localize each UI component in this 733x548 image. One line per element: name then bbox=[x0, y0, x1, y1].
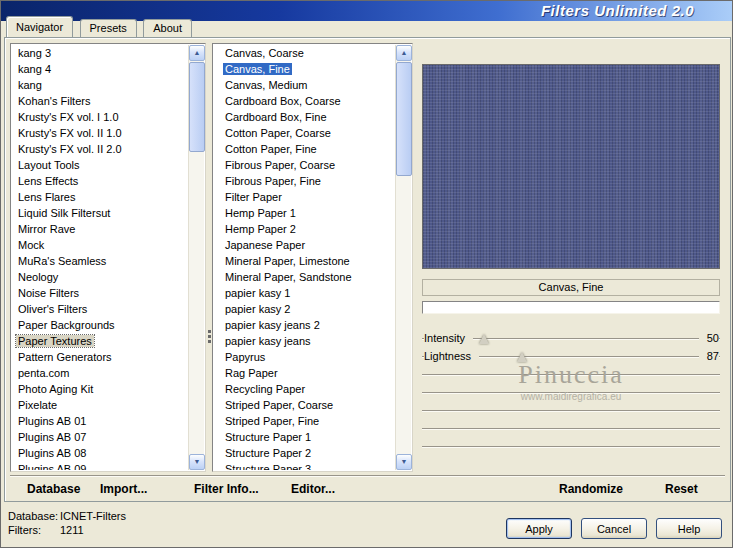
filter-item-papier-kasy-jeans[interactable]: papier kasy jeans bbox=[214, 334, 395, 350]
progress-bar bbox=[422, 301, 720, 314]
category-item-liquid-silk-filtersut[interactable]: Liquid Silk Filtersut bbox=[12, 206, 188, 222]
arrow-up-icon: ▲ bbox=[401, 49, 408, 56]
filter-list[interactable]: Canvas, CoarseCanvas, FineCanvas, Medium… bbox=[212, 43, 413, 472]
category-item-krusty-s-fx-vol-i-1-0[interactable]: Krusty's FX vol. I 1.0 bbox=[12, 110, 188, 126]
button-cancel[interactable]: Cancel bbox=[581, 518, 647, 539]
scrollbar-thumb[interactable] bbox=[189, 62, 205, 152]
slider-lightness[interactable]: Lightness87 bbox=[422, 348, 720, 366]
button-apply[interactable]: Apply bbox=[506, 518, 572, 539]
filter-scrollbar[interactable]: ▲ ▼ bbox=[395, 45, 411, 470]
filter-item-canvas-medium[interactable]: Canvas, Medium bbox=[214, 78, 395, 94]
category-item-plugins-ab-08[interactable]: Plugins AB 08 bbox=[12, 446, 188, 462]
filter-item-cardboard-box-coarse[interactable]: Cardboard Box, Coarse bbox=[214, 94, 395, 110]
filter-item-canvas-fine[interactable]: Canvas, Fine bbox=[214, 62, 395, 78]
button-randomize[interactable]: Randomize bbox=[559, 482, 623, 496]
preview-image bbox=[422, 64, 720, 269]
slider-track bbox=[422, 392, 720, 394]
scroll-down-button[interactable]: ▼ bbox=[189, 454, 205, 470]
category-item-mura-s-seamless[interactable]: MuRa's Seamless bbox=[12, 254, 188, 270]
arrow-down-icon: ▼ bbox=[401, 458, 408, 465]
category-item-plugins-ab-09[interactable]: Plugins AB 09 bbox=[12, 462, 188, 470]
category-item-photo-aging-kit[interactable]: Photo Aging Kit bbox=[12, 382, 188, 398]
slider-track bbox=[422, 410, 720, 412]
scroll-down-button[interactable]: ▼ bbox=[396, 454, 412, 470]
filter-item-recycling-paper[interactable]: Recycling Paper bbox=[214, 382, 395, 398]
tab-navigator[interactable]: Navigator bbox=[6, 16, 73, 37]
window-title: Filters Unlimited 2.0 bbox=[541, 1, 694, 21]
arrow-down-icon: ▼ bbox=[194, 458, 201, 465]
splitter-grip[interactable] bbox=[208, 330, 212, 345]
category-item-pattern-generators[interactable]: Pattern Generators bbox=[12, 350, 188, 366]
filter-item-japanese-paper[interactable]: Japanese Paper bbox=[214, 238, 395, 254]
category-item-krusty-s-fx-vol-ii-1-0[interactable]: Krusty's FX vol. II 1.0 bbox=[12, 126, 188, 142]
filter-item-rag-paper[interactable]: Rag Paper bbox=[214, 366, 395, 382]
filter-item-filter-paper[interactable]: Filter Paper bbox=[214, 190, 395, 206]
slider-label: Intensity bbox=[424, 332, 473, 344]
category-item-plugins-ab-07[interactable]: Plugins AB 07 bbox=[12, 430, 188, 446]
filter-item-structure-paper-3[interactable]: Structure Paper 3 bbox=[214, 462, 395, 470]
slider-intensity[interactable]: Intensity50 bbox=[422, 330, 720, 348]
filter-item-striped-paper-coarse[interactable]: Striped Paper, Coarse bbox=[214, 398, 395, 414]
filter-item-hemp-paper-1[interactable]: Hemp Paper 1 bbox=[214, 206, 395, 222]
filter-item-striped-paper-fine[interactable]: Striped Paper, Fine bbox=[214, 414, 395, 430]
category-item-paper-backgrounds[interactable]: Paper Backgrounds bbox=[12, 318, 188, 334]
arrow-up-icon: ▲ bbox=[194, 49, 201, 56]
filter-item-hemp-paper-2[interactable]: Hemp Paper 2 bbox=[214, 222, 395, 238]
category-item-kohan-s-filters[interactable]: Kohan's Filters bbox=[12, 94, 188, 110]
filter-item-papier-kasy-2[interactable]: papier kasy 2 bbox=[214, 302, 395, 318]
category-item-kang-4[interactable]: kang 4 bbox=[12, 62, 188, 78]
scroll-up-button[interactable]: ▲ bbox=[189, 45, 205, 61]
filter-item-mineral-paper-sandstone[interactable]: Mineral Paper, Sandstone bbox=[214, 270, 395, 286]
filter-item-fibrous-paper-coarse[interactable]: Fibrous Paper, Coarse bbox=[214, 158, 395, 174]
category-scrollbar[interactable]: ▲ ▼ bbox=[188, 45, 204, 470]
category-item-layout-tools[interactable]: Layout Tools bbox=[12, 158, 188, 174]
category-item-neology[interactable]: Neology bbox=[12, 270, 188, 286]
database-value: ICNET-Filters bbox=[60, 510, 126, 522]
filters-unlimited-window: Filters Unlimited 2.0 Navigator Presets … bbox=[0, 0, 733, 548]
filter-item-structure-paper-2[interactable]: Structure Paper 2 bbox=[214, 446, 395, 462]
category-item-krusty-s-fx-vol-ii-2-0[interactable]: Krusty's FX vol. II 2.0 bbox=[12, 142, 188, 158]
param-row-empty bbox=[422, 366, 720, 384]
scroll-up-button[interactable]: ▲ bbox=[396, 45, 412, 61]
filter-item-papyrus[interactable]: Papyrus bbox=[214, 350, 395, 366]
slider-label: Lightness bbox=[424, 350, 479, 362]
category-item-penta-com[interactable]: penta.com bbox=[12, 366, 188, 382]
button-help[interactable]: Help bbox=[656, 518, 722, 539]
category-item-kang[interactable]: kang bbox=[12, 78, 188, 94]
category-item-mock[interactable]: Mock bbox=[12, 238, 188, 254]
category-item-paper-textures[interactable]: Paper Textures bbox=[12, 334, 188, 350]
category-item-lens-flares[interactable]: Lens Flares bbox=[12, 190, 188, 206]
filter-item-fibrous-paper-fine[interactable]: Fibrous Paper, Fine bbox=[214, 174, 395, 190]
filter-item-canvas-coarse[interactable]: Canvas, Coarse bbox=[214, 46, 395, 62]
filter-item-cotton-paper-coarse[interactable]: Cotton Paper, Coarse bbox=[214, 126, 395, 142]
filter-item-papier-kasy-jeans-2[interactable]: papier kasy jeans 2 bbox=[214, 318, 395, 334]
filter-list-items: Canvas, CoarseCanvas, FineCanvas, Medium… bbox=[214, 45, 395, 470]
category-item-kang-3[interactable]: kang 3 bbox=[12, 46, 188, 62]
category-item-oliver-s-filters[interactable]: Oliver's Filters bbox=[12, 302, 188, 318]
database-label: Database: bbox=[8, 510, 60, 522]
category-item-lens-effects[interactable]: Lens Effects bbox=[12, 174, 188, 190]
filter-item-structure-paper-1[interactable]: Structure Paper 1 bbox=[214, 430, 395, 446]
slider-track bbox=[422, 428, 720, 430]
filter-item-papier-kasy-1[interactable]: papier kasy 1 bbox=[214, 286, 395, 302]
category-list[interactable]: kang 3kang 4kangKohan's FiltersKrusty's … bbox=[10, 43, 206, 472]
filter-item-cotton-paper-fine[interactable]: Cotton Paper, Fine bbox=[214, 142, 395, 158]
action-buttons: ApplyCancelHelp bbox=[506, 518, 722, 539]
tab-presets[interactable]: Presets bbox=[80, 19, 137, 37]
slider-thumb[interactable] bbox=[479, 334, 489, 344]
filter-item-cardboard-box-fine[interactable]: Cardboard Box, Fine bbox=[214, 110, 395, 126]
category-item-noise-filters[interactable]: Noise Filters bbox=[12, 286, 188, 302]
category-item-mirror-rave[interactable]: Mirror Rave bbox=[12, 222, 188, 238]
filters-value: 1211 bbox=[60, 524, 84, 536]
navigator-panel: kang 3kang 4kangKohan's FiltersKrusty's … bbox=[4, 37, 731, 502]
scrollbar-thumb[interactable] bbox=[396, 62, 412, 176]
button-reset[interactable]: Reset bbox=[665, 482, 698, 496]
slider-thumb[interactable] bbox=[517, 352, 527, 362]
category-item-pixelate[interactable]: Pixelate bbox=[12, 398, 188, 414]
tab-about[interactable]: About bbox=[143, 19, 192, 37]
status-bar: Database:ICNET-Filters Filters:1211 Appl… bbox=[1, 502, 732, 548]
filters-status: Filters:1211 bbox=[8, 524, 84, 536]
slider-value: 87 bbox=[699, 350, 719, 362]
category-item-plugins-ab-01[interactable]: Plugins AB 01 bbox=[12, 414, 188, 430]
filter-item-mineral-paper-limestone[interactable]: Mineral Paper, Limestone bbox=[214, 254, 395, 270]
